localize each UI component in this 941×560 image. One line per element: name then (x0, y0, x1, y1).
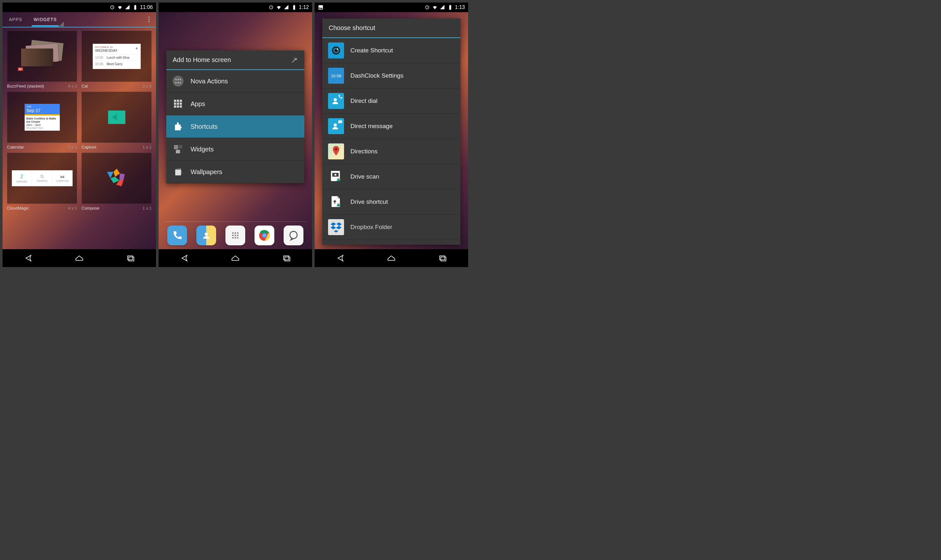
svg-point-54 (335, 148, 337, 151)
row-label: Widgets (191, 146, 214, 153)
dialog-title: Add to Home screen (173, 56, 231, 63)
nav-bar (3, 249, 156, 267)
shortcut-direct-message[interactable]: Direct message (322, 114, 460, 139)
back-button[interactable] (23, 253, 33, 263)
svg-rect-35 (174, 105, 176, 108)
home-screen[interactable]: Choose shortcut Create Shortcut 10 08 Da… (315, 12, 468, 249)
widget-capture[interactable]: Capture1 x 1 (82, 92, 151, 149)
row-widgets[interactable]: Widgets (166, 138, 304, 161)
svg-point-50 (334, 123, 337, 126)
svg-rect-65 (441, 257, 446, 261)
row-wallpapers[interactable]: Wallpapers (166, 161, 304, 183)
shortcut-list[interactable]: Create Shortcut 10 08 DashClock Settings… (322, 38, 460, 245)
svg-point-28 (180, 82, 181, 83)
svg-point-8 (205, 232, 208, 236)
row-label: Direct dial (350, 97, 377, 105)
grid-icon (173, 99, 183, 109)
row-label: Shortcuts (191, 123, 218, 130)
home-button[interactable] (74, 253, 85, 263)
row-shortcuts[interactable]: Shortcuts (166, 115, 304, 138)
svg-point-10 (234, 232, 236, 234)
svg-point-11 (237, 232, 239, 234)
clock-widget-icon: 10 08 (328, 68, 344, 84)
svg-point-9 (232, 232, 234, 234)
back-button[interactable] (335, 253, 345, 263)
dock-contacts[interactable] (196, 226, 216, 245)
signal-icon (440, 5, 446, 10)
tab-bar: APPS WIDGETS (3, 12, 156, 27)
home-button[interactable] (386, 253, 396, 263)
row-apps[interactable]: Apps (166, 92, 304, 115)
shortcut-dropbox-folder[interactable]: Dropbox Folder (322, 215, 460, 240)
tab-widgets-label: WIDGETS (34, 17, 57, 22)
status-bar: 1:13 (315, 3, 468, 12)
svg-point-53 (341, 122, 342, 122)
maps-icon (328, 143, 344, 159)
battery-icon (291, 5, 297, 10)
phone-screen-1: 11:06 APPS WIDGETS BF (3, 3, 156, 267)
shortcut-directions[interactable]: Directions (322, 139, 460, 164)
svg-point-20 (262, 234, 266, 237)
home-screen[interactable]: Add to Home screen Nova Actions Apps Sho… (159, 12, 312, 249)
svg-point-25 (180, 79, 181, 80)
svg-point-12 (232, 235, 234, 236)
svg-marker-3 (110, 177, 119, 183)
alarm-icon (110, 5, 115, 10)
shortcut-drive-scan[interactable]: Drive scan (322, 164, 460, 189)
tab-widgets[interactable]: WIDGETS (34, 17, 57, 26)
svg-marker-2 (114, 169, 120, 177)
dock-messages[interactable] (284, 226, 304, 245)
svg-point-26 (175, 82, 176, 83)
battery-icon (447, 5, 453, 10)
status-time: 1:12 (299, 5, 309, 10)
tab-apps[interactable]: APPS (9, 17, 22, 26)
svg-point-21 (290, 231, 297, 238)
signal-icon (284, 5, 289, 10)
widget-cloudmagic[interactable]: 2UNREAD SEARCH COMPOSE CloudMagic4 x 1 (7, 153, 77, 211)
alarm-icon (268, 5, 274, 10)
stack-icon (173, 167, 183, 177)
capture-icon (108, 111, 125, 124)
widget-cal[interactable]: + OCTOBER 16 WEDNESDAY 13:00Lunch with D… (82, 31, 151, 88)
home-button[interactable] (230, 253, 241, 263)
widget-calendar[interactable]: TUESep 27 Bake Cookies & Make Ice Cream2… (7, 92, 77, 149)
row-label: DashClock Settings (350, 72, 404, 79)
svg-point-14 (237, 235, 239, 236)
widget-compose[interactable]: Compose1 x 1 (82, 153, 151, 211)
svg-point-27 (177, 82, 179, 83)
shortcut-direct-dial[interactable]: Direct dial (322, 88, 460, 114)
recents-button[interactable] (125, 253, 136, 263)
recents-button[interactable] (437, 253, 447, 263)
svg-rect-30 (177, 100, 179, 102)
phone-screen-3: 1:13 Choose shortcut Create Shortcut 10 … (315, 3, 468, 267)
svg-marker-1 (107, 172, 114, 178)
svg-point-46 (332, 46, 340, 55)
svg-point-23 (175, 79, 176, 80)
svg-rect-43 (284, 256, 289, 260)
row-label: Wallpapers (191, 168, 222, 176)
svg-point-22 (173, 76, 184, 86)
recents-button[interactable] (281, 253, 292, 263)
row-label: Apps (191, 100, 205, 108)
shortcut-drive-shortcut[interactable]: Drive shortcut (322, 189, 460, 215)
back-button[interactable] (179, 253, 189, 263)
widget-buzzfeed[interactable]: BF BuzzFeed (stacked)4 x 2 (7, 31, 77, 88)
svg-point-52 (340, 122, 341, 122)
dialog-header: Choose shortcut (322, 18, 460, 38)
svg-rect-7 (129, 257, 134, 261)
status-time: 1:13 (455, 5, 465, 10)
dock-chrome[interactable] (255, 226, 275, 245)
shortcut-create[interactable]: Create Shortcut (322, 38, 460, 63)
wifi-icon (432, 5, 438, 10)
svg-rect-6 (128, 256, 133, 260)
shortcut-dashclock[interactable]: 10 08 DashClock Settings (322, 63, 460, 88)
dock-phone[interactable] (167, 226, 187, 245)
status-bar: 11:06 (3, 3, 156, 12)
row-label: Directions (350, 148, 377, 155)
overflow-menu-button[interactable] (148, 17, 150, 27)
svg-rect-44 (285, 257, 290, 261)
wrench-icon[interactable] (291, 57, 298, 63)
dock-drawer[interactable] (225, 226, 245, 245)
puzzle-icon (173, 122, 183, 132)
row-nova-actions[interactable]: Nova Actions (166, 70, 304, 92)
